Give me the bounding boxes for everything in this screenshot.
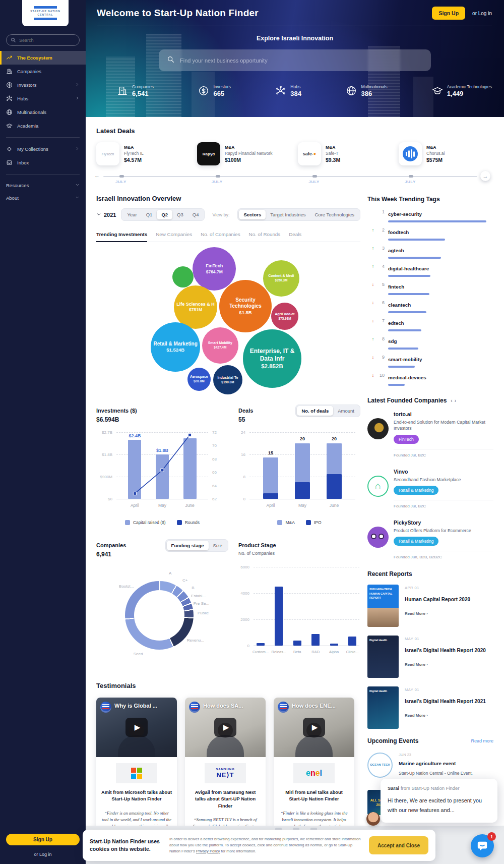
trending-tag-medical-devices[interactable]: ↓10 medical-devices	[369, 372, 493, 386]
product-stage-bar-clinic[interactable]	[348, 637, 356, 646]
sector-tag[interactable]: Retail & Marketing	[394, 537, 438, 546]
trending-tag-fintech[interactable]: ↓5 fintech	[369, 281, 493, 295]
sidebar-search-input[interactable]	[19, 38, 70, 43]
sidebar-search[interactable]	[6, 34, 80, 46]
product-stage-bar-custom[interactable]	[257, 643, 265, 646]
trending-tag-foodtech[interactable]: ↑2 foodtech	[369, 227, 493, 241]
deal-card-rapyd-financial-network[interactable]: Rapyd M&A Rapyd Financial Network $100M	[197, 142, 289, 165]
snc-logo[interactable]: START-UP NATION CENTRAL	[22, 0, 69, 26]
deals-toggle-no-of-deals[interactable]: No. of deals	[297, 406, 333, 416]
timeline-marker[interactable]	[409, 175, 413, 178]
bubble-content-medi[interactable]: Content & Medi$350.3M	[263, 260, 299, 297]
sidebar-item-hubs[interactable]: Hubs	[0, 92, 86, 105]
bubble-agrifood-te[interactable]: AgriFood-te$75.98M	[271, 303, 298, 330]
play-button[interactable]: ▶	[125, 718, 148, 737]
timeline-marker[interactable]	[119, 175, 124, 178]
chat-popup[interactable]: Sarai from Start-Up Nation Finder Hi the…	[381, 779, 497, 823]
timeline-marker[interactable]	[216, 175, 220, 178]
view-option-sectors[interactable]: Sectors	[239, 210, 266, 219]
product-stage-bar-r-d[interactable]	[311, 634, 320, 646]
ma-bar[interactable]	[327, 443, 342, 474]
bubble-enterprise-it-data-infr[interactable]: Enterprise, IT & Data Infr$2.852B	[243, 329, 301, 388]
period-option-q4[interactable]: Q4	[188, 210, 204, 219]
capital-raised-bar[interactable]	[183, 438, 197, 499]
trending-tag-smart-mobility[interactable]: ↓9 smart-mobility	[369, 354, 493, 368]
play-button[interactable]: ▶	[214, 718, 236, 737]
companies-toggle-funding-stage[interactable]: Funding stage	[167, 541, 209, 550]
privacy-policy-link[interactable]: Privacy Policy	[196, 849, 220, 853]
founded-company-vinvo[interactable]: ⌂ Vinvo Secondhand Fashion Marketplace R…	[367, 469, 493, 508]
period-option-year[interactable]: Year	[122, 210, 141, 219]
signup-button[interactable]: Sign Up	[432, 7, 465, 20]
sidebar-signup-button[interactable]: Sign Up	[6, 834, 80, 845]
sector-tag[interactable]: FinTech	[394, 435, 419, 444]
product-stage-bar-alpha[interactable]	[330, 644, 338, 646]
timeline-prev-arrow[interactable]: ←	[94, 172, 100, 179]
ipo-bar[interactable]	[263, 493, 278, 499]
testimonial-video[interactable]: How does ENE... ▶	[274, 698, 354, 757]
report-read-more-link[interactable]: Read More ›	[405, 662, 486, 667]
ma-bar[interactable]	[263, 457, 278, 494]
tab-deals[interactable]: Deals	[289, 229, 301, 242]
sidebar-item-resources[interactable]: Resources	[0, 179, 86, 192]
product-stage-bar-releas[interactable]	[275, 587, 283, 646]
tab-no-of-rounds[interactable]: No. of Rounds	[249, 229, 281, 242]
sidebar-login-link[interactable]: or Log in	[0, 852, 86, 857]
deal-card-chorus-ai[interactable]: M&A Chorus.ai $575M	[399, 142, 490, 165]
period-option-q3[interactable]: Q3	[172, 210, 188, 219]
trending-tag-cyber-security[interactable]: 1 cyber-security	[369, 209, 493, 222]
companies-toggle-size[interactable]: Size	[209, 541, 227, 550]
event-marine-agriculture-event[interactable]: OCEAN TECH JUN 23 Marine agriculture eve…	[367, 753, 493, 778]
sidebar-item-inbox[interactable]: Inbox	[0, 156, 86, 169]
ipo-bar[interactable]	[295, 482, 310, 499]
tab-trending-investments[interactable]: Trending Investments	[96, 229, 147, 242]
bubble-unlabeled[interactable]	[172, 266, 194, 287]
intercom-launcher[interactable]: 1	[471, 834, 494, 857]
sector-tag[interactable]: Retail & Marketing	[394, 486, 438, 495]
sidebar-item-multinationals[interactable]: Multinationals	[0, 105, 86, 119]
sidebar-item-my-collections[interactable]: My Collections	[0, 142, 86, 156]
trending-tag-agtech[interactable]: ↑3 agtech	[369, 245, 493, 259]
period-option-q1[interactable]: Q1	[142, 210, 157, 219]
trending-tag-digital-healthcare[interactable]: ↑4 digital-healthcare	[369, 263, 493, 277]
report-read-more-link[interactable]: Read More ›	[405, 611, 470, 616]
sidebar-item-the-ecosystem[interactable]: The Ecosystem	[0, 51, 86, 65]
hero-search-input[interactable]	[180, 57, 423, 64]
period-option-q2[interactable]: Q2	[157, 210, 172, 219]
accept-cookies-button[interactable]: Accept and Close	[369, 836, 428, 854]
trending-tag-cleantech[interactable]: ↓6 cleantech	[369, 300, 493, 313]
sidebar-item-about[interactable]: About	[0, 192, 86, 204]
login-link[interactable]: or Log in	[472, 11, 492, 16]
bubble-security-technologies[interactable]: Security Technologies$1.8B	[219, 280, 272, 332]
hero-search[interactable]	[159, 49, 431, 71]
year-dropdown[interactable]: 2021	[96, 212, 116, 218]
report-read-more-link[interactable]: Read More ›	[405, 713, 486, 718]
sidebar-item-companies[interactable]: Companies	[0, 65, 86, 78]
ma-bar[interactable]	[295, 443, 310, 482]
bubble-retail-marketing[interactable]: Retail & Marketing$1.524B	[151, 322, 200, 372]
founded-company-pickystory[interactable]: PickyStory Product Offers Platform for E…	[367, 520, 493, 559]
view-option-target-industries[interactable]: Target Industries	[266, 210, 310, 219]
donut-graphic[interactable]	[125, 581, 194, 650]
testimonial-video[interactable]: How does SA... ▶	[185, 698, 266, 757]
deal-card-flytech-il[interactable]: FlyTech M&A FlyTech IL $4.57M	[96, 142, 188, 165]
report-human-capital-report-2020[interactable]: 2020 HIGH-TECH HUMAN CAPITAL REPORT APR …	[367, 585, 493, 627]
bubble-fintech[interactable]: FinTech$764.7M	[193, 247, 236, 291]
events-read-more-link[interactable]: Read more	[471, 738, 493, 743]
trending-tag-edtech[interactable]: ↓7 edtech	[369, 318, 493, 331]
capital-raised-bar[interactable]	[128, 440, 141, 499]
sidebar-item-academia[interactable]: Academia	[0, 119, 86, 133]
bubble-smart-mobility[interactable]: Smart Mobility$427.4M	[202, 327, 238, 364]
testimonial-video[interactable]: Why is Global ... ▶	[96, 698, 177, 757]
capital-raised-bar[interactable]	[156, 454, 169, 499]
timeline-next-arrow[interactable]: →	[480, 171, 490, 181]
sidebar-item-investors[interactable]: Investors	[0, 78, 86, 92]
deals-toggle-amount[interactable]: Amount	[333, 406, 359, 416]
report-israel-s-digital-health-report-2021[interactable]: Digital Health MAY 01 Israel's Digital H…	[367, 686, 493, 729]
play-button[interactable]: ▶	[303, 718, 325, 737]
bubble-industrial-te[interactable]: Industrial Te$190.8M	[213, 365, 242, 394]
founded-company-torto-ai[interactable]: torto.ai End-to-end Solution for Modern …	[367, 411, 493, 457]
carousel-prev-next[interactable]: ‹›	[451, 398, 458, 404]
ipo-bar[interactable]	[327, 474, 342, 499]
trending-tag-sdg[interactable]: ↑8 sdg	[369, 336, 493, 350]
